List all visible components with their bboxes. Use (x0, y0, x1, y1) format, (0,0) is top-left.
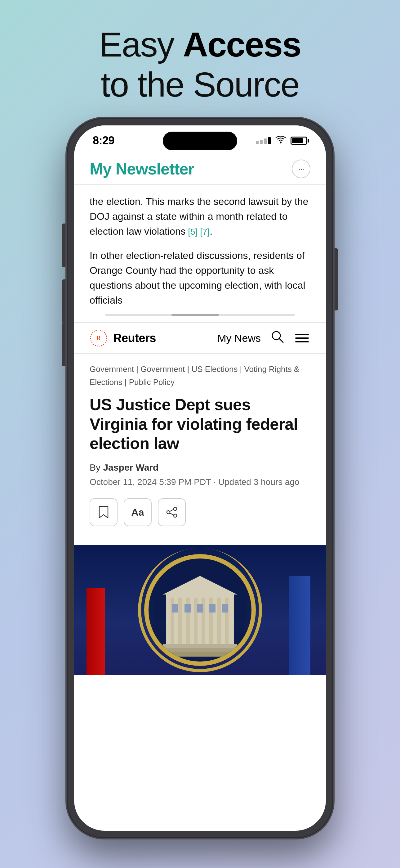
headline-text: Easy Access to the Source (19, 25, 381, 105)
newsletter-title: My Newsletter (90, 160, 194, 178)
status-bar: 8:29 (74, 125, 326, 150)
my-news-button[interactable]: My News (218, 332, 261, 344)
share-button[interactable] (158, 498, 186, 526)
font-icon: Aa (131, 507, 144, 518)
preview-period: . (210, 226, 212, 237)
article-title: US Justice Dept sues Virginia for violat… (90, 395, 310, 453)
status-time: 8:29 (93, 134, 114, 147)
more-button[interactable]: ··· (292, 160, 310, 178)
menu-icon[interactable] (294, 332, 310, 344)
bookmark-icon (98, 506, 109, 519)
article-section: Government | Government | US Elections |… (74, 353, 326, 545)
svg-line-4 (279, 339, 283, 342)
preview-paragraph-2: In other election-related discussions, r… (90, 248, 310, 308)
signal-dots (256, 137, 271, 144)
phone-frame: 8:29 (67, 118, 333, 838)
wifi-icon (275, 135, 286, 146)
menu-line-3 (295, 341, 309, 342)
search-icon[interactable] (270, 330, 284, 347)
seal-rope (138, 548, 262, 672)
scroll-thumb (171, 314, 219, 316)
svg-point-0 (280, 142, 281, 144)
bookmark-button[interactable] (90, 498, 118, 526)
flag-blue (289, 576, 310, 675)
more-dots-icon: ··· (298, 164, 304, 174)
svg-text:R: R (97, 335, 101, 341)
headline-section: Easy Access to the Source (0, 25, 400, 105)
preview-citations: [5] [7] (186, 227, 210, 237)
menu-line-2 (295, 337, 309, 339)
reuters-logo-icon: R (90, 329, 108, 347)
signal-dot-4 (268, 137, 271, 144)
font-button[interactable]: Aa (124, 498, 152, 526)
signal-dot-1 (256, 141, 259, 144)
preview-paragraph-1: the election. This marks the second laws… (90, 194, 310, 239)
reuters-brand-name: Reuters (113, 332, 156, 345)
svg-line-8 (170, 509, 174, 511)
by-prefix: By (90, 462, 103, 472)
signal-dot-3 (264, 138, 267, 144)
headline-easy: Easy (99, 25, 183, 64)
article-categories: Government | Government | US Elections |… (90, 363, 310, 389)
scroll-indicator (105, 314, 295, 316)
battery-icon (291, 136, 307, 145)
phone-container: 8:29 (67, 118, 333, 838)
menu-line-1 (295, 334, 309, 335)
article-date: October 11, 2024 5:39 PM PDT · Updated 3… (90, 477, 310, 487)
dynamic-island (163, 132, 237, 150)
svg-point-5 (174, 507, 177, 510)
nav-right: My News (218, 330, 310, 347)
preview-text-2-content: In other election-related discussions, r… (90, 250, 305, 306)
reuters-logo: R Reuters (90, 329, 156, 347)
article-preview: the election. This marks the second laws… (74, 185, 326, 323)
article-author: By Jasper Ward (90, 462, 310, 473)
newsletter-section: My Newsletter ··· (74, 150, 326, 185)
signal-dot-2 (260, 140, 263, 144)
bottom-nav: R Reuters My News (74, 323, 326, 353)
article-image (74, 545, 326, 675)
author-name: Jasper Ward (103, 462, 159, 472)
flag-red (87, 588, 105, 675)
battery-fill (292, 138, 303, 143)
status-icons (256, 135, 307, 146)
svg-point-7 (174, 514, 177, 517)
svg-point-6 (167, 511, 170, 514)
share-icon (166, 506, 178, 518)
article-actions: Aa (90, 498, 310, 526)
phone-screen: 8:29 (74, 125, 326, 831)
headline-access: Access (183, 25, 301, 64)
svg-line-9 (170, 513, 174, 515)
headline-line2: to the Source (101, 65, 299, 104)
headline-line1: Easy Access (99, 25, 301, 64)
